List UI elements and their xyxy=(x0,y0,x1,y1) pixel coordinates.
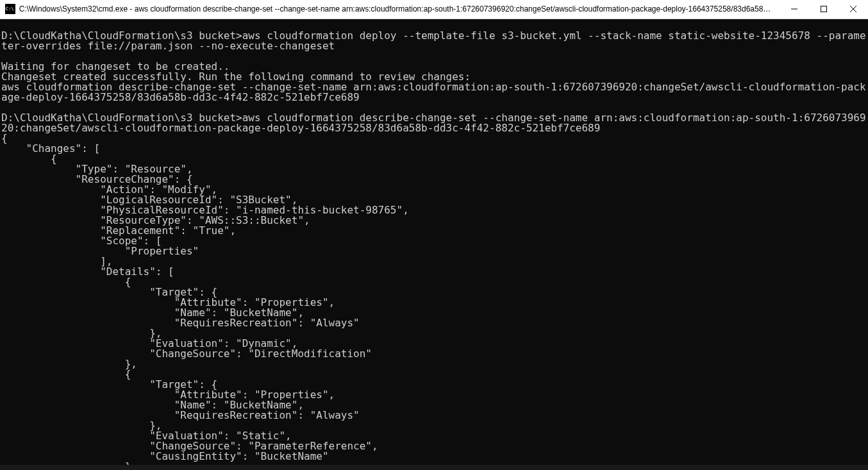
titlebar[interactable]: C:\Windows\System32\cmd.exe - aws cloudf… xyxy=(0,0,868,19)
terminal-line: "Changes": [ xyxy=(1,144,868,154)
svg-rect-1 xyxy=(821,6,827,12)
close-button[interactable] xyxy=(839,0,868,19)
terminal-line: D:\CloudKatha\CloudFormation\s3 bucket>a… xyxy=(1,113,868,133)
terminal-line: "Details": [ xyxy=(1,267,868,277)
terminal-line: { xyxy=(1,133,868,144)
close-icon xyxy=(850,6,856,12)
maximize-button[interactable] xyxy=(809,0,839,19)
maximize-icon xyxy=(821,6,827,12)
window-controls xyxy=(780,0,868,19)
window-title: C:\Windows\System32\cmd.exe - aws cloudf… xyxy=(19,4,780,13)
taskbar-sliver xyxy=(0,465,868,470)
terminal-output[interactable]: D:\CloudKatha\CloudFormation\s3 bucket>a… xyxy=(0,19,868,466)
cmd-icon xyxy=(5,4,15,14)
terminal-line: aws cloudformation describe-change-set -… xyxy=(1,82,868,103)
minimize-button[interactable] xyxy=(780,0,809,19)
minimize-icon xyxy=(791,6,797,12)
terminal-line: D:\CloudKatha\CloudFormation\s3 bucket>a… xyxy=(1,31,868,51)
cmd-window: C:\Windows\System32\cmd.exe - aws cloudf… xyxy=(0,0,868,470)
terminal-line: "Properties" xyxy=(1,246,868,256)
terminal-line: }, xyxy=(1,359,868,369)
terminal-line: "CausingEntity": "BucketName" xyxy=(1,451,868,462)
